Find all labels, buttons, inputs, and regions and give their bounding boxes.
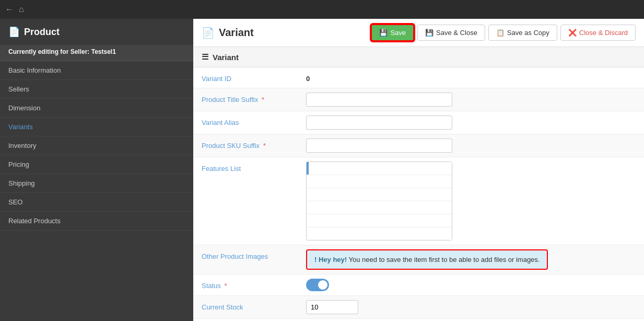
other-product-images-label: Other Product Images [202,249,306,260]
copy-icon: 📋 [496,29,505,37]
save-icon: 💾 [379,29,388,37]
sidebar-title: 📄 Product [0,19,193,45]
sidebar-title-text: Product [24,27,60,38]
product-title-suffix-input[interactable] [306,93,452,107]
features-row-2 [307,175,452,188]
variant-alias-row: Variant Alias [193,111,644,134]
variant-id-label: Variant ID [202,72,306,83]
features-input-1[interactable] [309,162,452,175]
alert-icon: ! [314,256,319,263]
variant-id-value: 0 [306,72,636,83]
content-header: 📄 Variant 💾 Save 💾 Save & Close 📋 Save a… [193,19,644,47]
sidebar-item-sellers[interactable]: Sellers [0,80,193,99]
current-stock-input[interactable] [306,300,358,314]
status-value [306,279,636,291]
top-bar: ← ⌂ [0,0,644,19]
variant-alias-input[interactable] [306,116,452,130]
section-icon: ☰ [202,52,208,62]
product-sku-suffix-input[interactable] [306,139,452,153]
product-title-suffix-row: Product Title Suffix * [193,88,644,111]
features-textarea-container [306,162,452,240]
features-row-1 [307,162,452,175]
other-product-images-value: ! Hey hey! You need to save the item fir… [306,249,636,270]
close-discard-button[interactable]: ❌ Close & Discard [560,25,636,41]
home-icon[interactable]: ⌂ [19,5,24,14]
section-header: ☰ Variant [193,47,644,67]
content-area: 📄 Variant 💾 Save 💾 Save & Close 📋 Save a… [193,19,644,321]
product-icon: 📄 [8,26,20,38]
alert-message: You need to save the item first to be ab… [349,256,540,263]
sidebar-item-related-products[interactable]: Related Products [0,212,193,231]
product-sku-suffix-label: Product SKU Suffix * [202,139,306,150]
sidebar-item-basic-information[interactable]: Basic Information [0,61,193,80]
alert-hey: Hey hey! [319,256,347,263]
variant-alias-label: Variant Alias [202,116,306,127]
features-row-5 [307,214,452,227]
required-marker-status: * [224,282,227,290]
features-list-row: Features List [193,157,644,245]
sidebar-seller: Currently editing for Seller: Testsel1 [0,45,193,61]
status-row: Status * [193,274,644,296]
sidebar-item-shipping[interactable]: Shipping [0,174,193,193]
features-list-label: Features List [202,162,306,173]
seller-name: Testsel1 [91,48,116,55]
toggle-slider [306,279,329,291]
current-stock-row: Current Stock [193,296,644,319]
over-sales-limit-row: Over sales limit [193,319,644,321]
features-input-4[interactable] [309,201,452,214]
close-icon: ❌ [568,29,577,37]
product-title-suffix-label: Product Title Suffix * [202,93,306,104]
form-content: ☰ Variant Variant ID 0 Product Title Suf… [193,47,644,321]
current-stock-label: Current Stock [202,300,306,311]
sidebar: 📄 Product Currently editing for Seller: … [0,19,193,321]
status-toggle[interactable] [306,279,329,291]
required-marker: * [262,96,264,104]
features-input-6[interactable] [309,227,452,240]
sidebar-item-variants[interactable]: Variants [0,118,193,136]
features-list-value [306,162,636,240]
back-icon[interactable]: ← [5,5,14,14]
features-input-5[interactable] [309,214,452,227]
main-layout: 📄 Product Currently editing for Seller: … [0,19,644,321]
product-sku-suffix-row: Product SKU Suffix * [193,134,644,157]
features-row-3 [307,188,452,201]
product-sku-suffix-value [306,139,636,153]
features-row-4 [307,201,452,214]
page-title: 📄 Variant [202,27,254,39]
sidebar-item-inventory[interactable]: Inventory [0,136,193,155]
save-copy-button[interactable]: 📋 Save as Copy [488,25,557,41]
alert-box: ! Hey hey! You need to save the item fir… [306,249,548,270]
variant-id-row: Variant ID 0 [193,67,644,88]
variant-icon: 📄 [202,27,215,39]
features-input-3[interactable] [309,188,452,201]
header-actions: 💾 Save 💾 Save & Close 📋 Save as Copy ❌ C… [371,24,636,41]
features-input-2[interactable] [309,175,452,188]
save-button[interactable]: 💾 Save [371,24,414,41]
features-row-6 [307,227,452,240]
product-title-suffix-value [306,93,636,107]
required-marker-sku: * [263,142,266,150]
save-close-button[interactable]: 💾 Save & Close [417,25,485,41]
other-product-images-row: Other Product Images ! Hey hey! You need… [193,245,644,274]
section-title: Variant [213,53,239,62]
status-label: Status * [202,279,306,290]
variant-id-static: 0 [306,72,310,83]
sidebar-item-pricing[interactable]: Pricing [0,155,193,174]
seller-label: Currently editing for Seller: [8,48,89,55]
sidebar-item-dimension[interactable]: Dimension [0,99,193,118]
save-close-icon: 💾 [425,29,434,37]
variant-alias-value [306,116,636,130]
current-stock-value [306,300,636,314]
sidebar-item-seo[interactable]: SEO [0,193,193,212]
